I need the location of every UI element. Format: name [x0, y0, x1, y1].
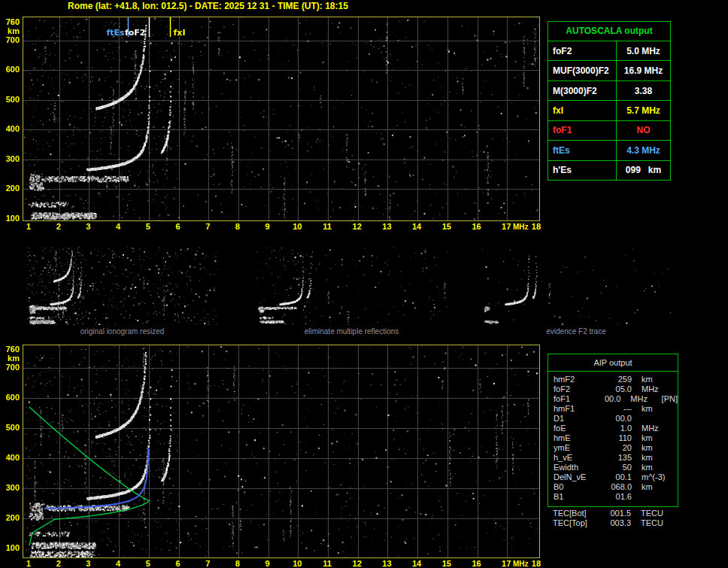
aip-unit: km	[632, 433, 678, 443]
x-tick-label: 5	[140, 559, 156, 568]
ionogram-canvas	[23, 17, 540, 221]
y-tick-label: 100	[0, 214, 20, 223]
aip-table-row: hmF1---km	[548, 404, 678, 414]
aip-value: 00.0	[605, 414, 632, 424]
x-tick-label: 11	[319, 559, 335, 568]
aip-label: foF1	[548, 394, 597, 404]
aip-label: Ewidth	[548, 463, 605, 472]
aip-table-row: B0068.0km	[548, 482, 678, 492]
aip-table-row: ymE20km	[548, 443, 678, 453]
tec-unit: TECU	[631, 518, 677, 528]
x-tick-label: 3	[80, 222, 96, 231]
aip-table-row: B101.6	[548, 492, 678, 502]
aip-label: hmF1	[548, 404, 605, 414]
x-tick-label: 2	[50, 222, 67, 231]
aip-value: 00.1	[605, 472, 632, 482]
aip-table-row: foF100.0MHz[PN]	[548, 394, 678, 404]
tec-value: 001.5	[604, 509, 631, 518]
thumbnail-caption-reflections: eliminate multiple reflections	[256, 327, 447, 336]
aip-unit	[632, 492, 678, 502]
x-tick-label: 6	[170, 222, 187, 231]
parameter-value: 3.38	[617, 81, 670, 100]
aip-unit: MHz	[632, 384, 678, 394]
tec-label: TEC[Top]	[548, 518, 604, 528]
aip-label: foE	[548, 424, 605, 433]
aip-note: [PN]	[662, 394, 678, 404]
tec-row: TEC[Top]003.3TECU	[548, 518, 677, 528]
x-tick-label: 1	[20, 559, 37, 568]
parameter-name: foF1	[548, 121, 617, 140]
aip-value: ---	[605, 404, 632, 414]
aip-value: 01.6	[605, 492, 632, 502]
y-axis-unit: km	[0, 354, 20, 363]
x-tick-label: 18	[528, 222, 544, 231]
x-tick-label: 7	[199, 222, 216, 231]
aip-rows: hmF2259kmfoF205.0MHzfoF100.0MHz[PN]hmF1-…	[548, 372, 678, 502]
aip-value: 259	[605, 375, 632, 384]
aip-label: B1	[548, 492, 605, 502]
aip-label: h_vE	[548, 453, 605, 463]
y-tick-label: 400	[0, 453, 20, 462]
y-tick-label: 760	[0, 17, 20, 26]
y-tick-label: 100	[0, 543, 20, 552]
aip-label: foF2	[548, 384, 605, 394]
x-tick-label: 7	[199, 559, 216, 568]
aip-table-row: hmF2259km	[548, 375, 678, 384]
aip-value: 1.0	[605, 424, 632, 433]
x-tick-label: 10	[289, 559, 305, 568]
aip-label: hmF2	[548, 375, 605, 384]
aip-table-row: D100.0	[548, 414, 678, 424]
y-tick-label: 200	[0, 184, 20, 193]
x-tick-label: 17	[498, 222, 514, 231]
x-tick-label: 12	[349, 559, 366, 568]
aip-unit: km	[632, 404, 678, 414]
y-tick-label: 500	[0, 95, 20, 104]
tec-label: TEC[Bot]	[548, 509, 604, 518]
aip-value: 00.0	[597, 394, 620, 404]
x-tick-label: 8	[229, 222, 246, 231]
x-tick-label: 4	[110, 559, 126, 568]
autoscala-table-row: h'Es099 km	[548, 160, 670, 180]
aip-unit: km	[632, 482, 678, 492]
parameter-value: 16.9 MHz	[617, 61, 670, 80]
y-tick-label: 300	[0, 154, 20, 163]
aip-table-row: Ewidth50km	[548, 463, 678, 472]
aip-unit: km	[632, 443, 678, 453]
x-tick-label: 15	[438, 559, 455, 568]
x-tick-label: 5	[140, 222, 156, 231]
aip-label: D1	[548, 414, 605, 424]
aip-unit: MHz	[632, 424, 678, 433]
aip-unit	[632, 414, 678, 424]
x-tick-label: 1	[20, 222, 37, 231]
tec-row: TEC[Bot]001.5TECU	[548, 509, 677, 518]
x-tick-label: 9	[259, 559, 276, 568]
x-tick-label: 15	[438, 222, 455, 231]
aip-unit: km	[632, 453, 678, 463]
x-tick-label: 16	[469, 559, 485, 568]
aip-output-panel: AIP output hmF2259kmfoF205.0MHzfoF100.0M…	[548, 354, 678, 507]
autoscala-app-window: Rome (lat: +41.8, lon: 012.5) - DATE: 20…	[0, 0, 728, 568]
parameter-value: 099 km	[617, 161, 670, 180]
page-title: Rome (lat: +41.8, lon: 012.5) - DATE: 20…	[68, 1, 348, 11]
y-tick-label: 700	[0, 363, 20, 372]
parameter-name: ftEs	[548, 141, 617, 159]
aip-value: 05.0	[605, 384, 632, 394]
parameter-name: M(3000)F2	[548, 81, 617, 100]
aip-table-row: h_vE135km	[548, 453, 678, 463]
x-tick-label: 6	[170, 559, 187, 568]
aip-unit: km	[632, 463, 678, 472]
aip-label: hmE	[548, 433, 605, 443]
x-tick-label: 11	[319, 222, 335, 231]
y-tick-label: 760	[0, 345, 20, 354]
y-tick-label: 600	[0, 65, 20, 74]
profile-ionogram-canvas	[23, 345, 540, 558]
parameter-name: foF2	[548, 41, 617, 60]
x-tick-label: 14	[408, 222, 425, 231]
x-tick-label: 18	[528, 559, 544, 568]
y-tick-label: 400	[0, 124, 20, 133]
x-tick-label: 13	[378, 559, 395, 568]
aip-table-row: DelN_vE00.1m^(-3)	[548, 472, 678, 482]
autoscala-output-panel: AUTOSCALA output foF25.0 MHzMUF(3000)F21…	[548, 21, 671, 181]
parameter-value: NO	[617, 121, 670, 140]
x-tick-label: 10	[289, 222, 305, 231]
